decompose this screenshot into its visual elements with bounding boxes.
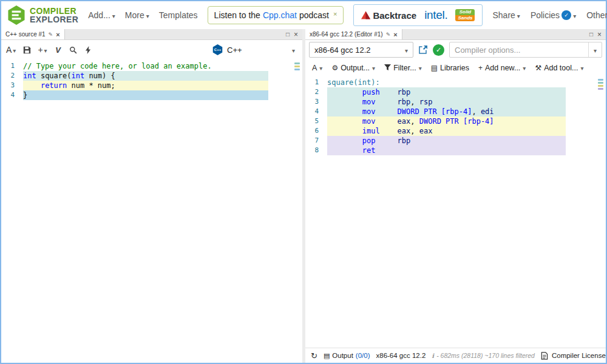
rename-icon[interactable]	[386, 31, 391, 38]
options-dropdown-button[interactable]	[588, 42, 602, 57]
compiler-pane-controls	[585, 29, 606, 39]
code-line[interactable]: 1// Type your code here, or load an exam…	[1, 61, 302, 71]
solid-sands-top-text: Solid	[455, 9, 475, 15]
open-compiler-site-icon[interactable]	[418, 45, 428, 55]
line-number: 5	[305, 116, 327, 126]
backtrace-logo[interactable]: Backtrace	[361, 10, 416, 21]
compiler-select[interactable]: x86-64 gcc 12.2	[309, 42, 413, 58]
line-content: mov DWORD PTR [rbp-4], edi	[327, 107, 566, 116]
maximize-icon[interactable]	[286, 31, 290, 38]
rename-icon[interactable]	[49, 31, 53, 38]
chevron-down-icon	[372, 64, 375, 72]
add-pane-label: +	[38, 45, 42, 55]
compiler-license-button[interactable]: Compiler License	[541, 352, 606, 360]
podcast-close-icon[interactable]	[333, 10, 337, 18]
podcast-text-suffix: podcast	[299, 10, 329, 20]
line-content: return num * num;	[23, 81, 268, 90]
gear-icon	[331, 64, 338, 72]
filter-menu[interactable]: Filter...	[381, 62, 426, 74]
code-line[interactable]: 5 mov eax, DWORD PTR [rbp-4]	[305, 116, 606, 126]
add-menu-label: Add...	[88, 10, 110, 20]
compiler-tab[interactable]: x86-64 gcc 12.2 (Editor #1)	[305, 29, 402, 39]
maximize-icon[interactable]	[589, 31, 593, 38]
line-number: 4	[1, 90, 23, 100]
source-tab-title: C++ source #1	[5, 31, 46, 38]
code-line[interactable]: 3 mov rbp, rsp	[305, 97, 606, 107]
compiler-options-input[interactable]	[450, 46, 588, 55]
logo-word-compiler: COMPILER	[30, 7, 78, 15]
solid-sands-bottom-text: Sands	[455, 15, 475, 21]
tab-close-icon[interactable]	[393, 31, 397, 38]
source-pane-header: C++ source #1	[1, 29, 302, 40]
app-logo[interactable]: COMPILER EXPLORER	[7, 5, 78, 25]
code-line[interactable]: 1square(int):	[305, 78, 606, 87]
vim-mode-button[interactable]: V	[52, 42, 65, 58]
info-icon	[432, 352, 434, 359]
line-number: 2	[1, 71, 23, 81]
close-icon[interactable]	[294, 30, 298, 39]
sponsor-banner[interactable]: Backtrace intel. Solid Sands	[353, 4, 483, 26]
compiler-explorer-logo-icon	[7, 5, 25, 25]
compile-timing-info: - 682ms (28118) ~170 lines filtered	[436, 352, 535, 359]
code-line[interactable]: 6 imul eax, eax	[305, 126, 606, 136]
libraries-icon	[431, 64, 438, 72]
solid-sands-logo[interactable]: Solid Sands	[455, 9, 475, 21]
output-status-button[interactable]: Output (0/0)	[324, 352, 370, 360]
output-menu[interactable]: Output...	[328, 62, 379, 74]
source-tab[interactable]: C++ source #1	[1, 29, 65, 39]
add-new-menu[interactable]: + Add new...	[475, 62, 529, 74]
code-line[interactable]: 3 return num * num;	[1, 81, 302, 90]
add-tool-label: Add tool...	[544, 64, 578, 72]
recompile-icon[interactable]	[311, 351, 317, 360]
output-count: (0/0)	[356, 352, 370, 359]
language-select[interactable]: C++ C++	[208, 41, 300, 58]
templates-menu[interactable]: Templates	[159, 10, 198, 20]
privacy-badge-icon	[561, 10, 571, 20]
tab-close-icon[interactable]	[56, 31, 59, 38]
compiler-output-pane: x86-64 gcc 12.2 (Editor #1) x86-64 gcc 1…	[305, 29, 606, 363]
line-number: 4	[305, 107, 327, 116]
line-content: }	[23, 90, 268, 100]
policies-menu[interactable]: Policies	[531, 10, 576, 20]
code-line[interactable]: 2int square(int num) {	[1, 71, 302, 81]
podcast-banner[interactable]: Listen to the Cpp.chat podcast	[208, 6, 344, 24]
chevron-down-icon	[594, 44, 597, 55]
font-size-button[interactable]: A	[4, 42, 18, 58]
document-license-icon	[541, 352, 548, 360]
add-menu[interactable]: Add...	[88, 10, 115, 20]
ruler-mark	[598, 88, 603, 90]
add-tool-menu[interactable]: Add tool...	[531, 62, 587, 74]
assembly-output-editor[interactable]: 1square(int):2 push rbp3 mov rbp, rsp4 m…	[305, 76, 606, 348]
more-menu-label: More	[125, 10, 144, 20]
other-menu[interactable]: Other	[586, 10, 607, 20]
compiler-license-label: Compiler License	[552, 352, 606, 359]
podcast-link[interactable]: Cpp.chat	[263, 10, 297, 20]
compiler-pane-header: x86-64 gcc 12.2 (Editor #1)	[305, 29, 606, 40]
share-menu[interactable]: Share	[492, 10, 520, 20]
save-button[interactable]	[20, 42, 33, 58]
code-line[interactable]: 8 ret	[305, 146, 606, 155]
close-icon[interactable]	[597, 30, 602, 39]
line-content: square(int):	[327, 78, 566, 87]
more-menu[interactable]: More	[125, 10, 149, 20]
code-line[interactable]: 4}	[1, 90, 302, 100]
add-pane-button[interactable]: +	[35, 42, 49, 58]
status-compiler-name: x86-64 gcc 12.2	[376, 352, 426, 359]
font-size-label: A	[6, 45, 12, 55]
line-number: 2	[305, 87, 327, 97]
chevron-down-icon	[405, 46, 408, 55]
compile-button[interactable]	[82, 42, 95, 58]
ruler-mark	[294, 66, 300, 67]
intel-logo[interactable]: intel.	[424, 8, 447, 22]
code-line[interactable]: 7 pop rbp	[305, 136, 606, 146]
libraries-button[interactable]: Libraries	[427, 62, 473, 74]
source-code-editor[interactable]: 1// Type your code here, or load an exam…	[1, 59, 302, 363]
source-pane-controls	[282, 29, 302, 39]
code-line[interactable]: 4 mov DWORD PTR [rbp-4], edi	[305, 107, 606, 116]
workspace: C++ source #1 A	[1, 29, 606, 363]
code-line[interactable]: 2 push rbp	[305, 87, 606, 97]
source-editor-pane: C++ source #1 A	[1, 29, 302, 363]
plus-icon: +	[478, 64, 483, 72]
search-button[interactable]	[67, 42, 80, 58]
font-size-button[interactable]: A	[308, 62, 326, 74]
